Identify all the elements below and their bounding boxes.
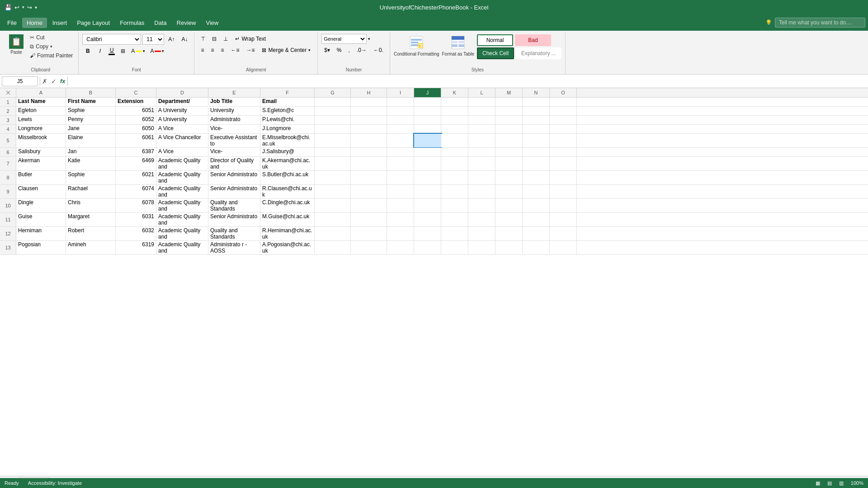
list-item[interactable] xyxy=(315,116,351,124)
list-item[interactable]: University xyxy=(208,107,260,115)
list-item[interactable] xyxy=(550,157,577,170)
font-color-dropdown[interactable]: ▾ xyxy=(162,49,164,53)
list-item[interactable]: Academic Quality and xyxy=(156,241,208,254)
undo-icon[interactable]: ↩ xyxy=(14,4,19,11)
list-item[interactable] xyxy=(468,107,495,115)
list-item[interactable] xyxy=(523,98,550,106)
list-item[interactable] xyxy=(495,227,523,240)
list-item[interactable]: 6469 xyxy=(116,157,156,170)
list-item[interactable] xyxy=(495,116,523,124)
list-item[interactable] xyxy=(550,213,577,226)
align-bottom-button[interactable]: ⊥ xyxy=(221,34,231,44)
list-item[interactable] xyxy=(441,185,468,198)
list-item[interactable] xyxy=(550,171,577,184)
list-item[interactable] xyxy=(315,185,351,198)
underline-button[interactable]: U xyxy=(107,46,117,56)
list-item[interactable]: A University xyxy=(156,107,208,115)
list-item[interactable] xyxy=(468,199,495,212)
list-item[interactable] xyxy=(351,171,387,184)
list-item[interactable] xyxy=(550,227,577,240)
list-item[interactable] xyxy=(315,213,351,226)
list-item[interactable]: Job Title xyxy=(208,98,260,106)
formula-input[interactable] xyxy=(70,78,866,84)
paste-button[interactable]: 📋 Paste xyxy=(6,33,26,56)
list-item[interactable]: Academic Quality and xyxy=(156,157,208,170)
row-number[interactable]: 8 xyxy=(0,171,16,184)
list-item[interactable]: A.Pogosian@chi.ac.uk xyxy=(260,241,315,254)
list-item[interactable]: K.Akerman@chi.ac.uk xyxy=(260,157,315,170)
list-item[interactable]: 6050 xyxy=(116,125,156,133)
list-item[interactable] xyxy=(523,241,550,254)
list-item[interactable]: 6074 xyxy=(116,185,156,198)
list-item[interactable] xyxy=(523,134,550,147)
percent-button[interactable]: % xyxy=(334,45,344,55)
col-header-e[interactable]: E xyxy=(208,88,260,97)
list-item[interactable] xyxy=(387,116,414,124)
list-item[interactable] xyxy=(441,116,468,124)
list-item[interactable] xyxy=(495,125,523,133)
font-color-button[interactable]: A ▾ xyxy=(148,47,166,55)
title-bar-controls[interactable]: 💾 ↩ ▾ ↪ ▾ xyxy=(5,4,37,11)
menu-view[interactable]: View xyxy=(201,18,223,28)
row-number[interactable]: 6 xyxy=(0,148,16,156)
merge-dropdown[interactable]: ▾ xyxy=(308,48,311,52)
list-item[interactable]: 6021 xyxy=(116,171,156,184)
bad-style[interactable]: Bad xyxy=(515,34,551,46)
list-item[interactable] xyxy=(315,171,351,184)
increase-indent-button[interactable]: →≡ xyxy=(243,45,257,55)
list-item[interactable] xyxy=(523,171,550,184)
fill-dropdown[interactable]: ▾ xyxy=(143,49,145,53)
align-top-button[interactable]: ⊤ xyxy=(198,34,208,44)
list-item[interactable]: 6032 xyxy=(116,227,156,240)
list-item[interactable] xyxy=(468,116,495,124)
list-item[interactable]: A University xyxy=(156,116,208,124)
list-item[interactable] xyxy=(351,125,387,133)
list-item[interactable] xyxy=(315,98,351,106)
list-item[interactable] xyxy=(387,185,414,198)
wrap-text-button[interactable]: ↵ Wrap Text xyxy=(232,34,269,43)
list-item[interactable]: Clausen xyxy=(16,185,66,198)
menu-formulas[interactable]: Formulas xyxy=(115,18,149,28)
format-painter-button[interactable]: 🖌 Format Painter xyxy=(28,52,75,60)
list-item[interactable]: Email xyxy=(260,98,315,106)
row-number[interactable]: 5 xyxy=(0,134,16,147)
list-item[interactable]: 6061 xyxy=(116,134,156,147)
list-item[interactable]: Rachael xyxy=(66,185,116,198)
italic-button[interactable]: I xyxy=(94,46,105,56)
row-number[interactable]: 2 xyxy=(0,107,16,115)
list-item[interactable]: Akerman xyxy=(16,157,66,170)
list-item[interactable]: S.Butler@chi.ac.uk xyxy=(260,171,315,184)
list-item[interactable]: Misselbrook xyxy=(16,134,66,147)
row-number[interactable]: 11 xyxy=(0,213,16,226)
list-item[interactable] xyxy=(315,107,351,115)
list-item[interactable]: Robert xyxy=(66,227,116,240)
list-item[interactable] xyxy=(387,241,414,254)
list-item[interactable] xyxy=(495,98,523,106)
list-item[interactable] xyxy=(414,213,441,226)
list-item[interactable] xyxy=(387,227,414,240)
row-number[interactable]: 3 xyxy=(0,116,16,124)
row-number[interactable]: 10 xyxy=(0,199,16,212)
conditional-formatting-button[interactable]: ! Conditional Formatting xyxy=(394,34,439,56)
row-number[interactable]: 1 xyxy=(0,98,16,106)
customize-icon[interactable]: ▾ xyxy=(35,5,37,10)
list-item[interactable] xyxy=(387,157,414,170)
list-item[interactable]: Herniman xyxy=(16,227,66,240)
col-header-h[interactable]: H xyxy=(351,88,387,97)
list-item[interactable] xyxy=(414,107,441,115)
list-item[interactable] xyxy=(468,185,495,198)
col-header-b[interactable]: B xyxy=(66,88,116,97)
list-item[interactable] xyxy=(387,98,414,106)
list-item[interactable] xyxy=(414,157,441,170)
list-item[interactable]: Dingle xyxy=(16,199,66,212)
list-item[interactable] xyxy=(550,107,577,115)
list-item[interactable]: Director of Quality and xyxy=(208,157,260,170)
list-item[interactable] xyxy=(495,199,523,212)
list-item[interactable] xyxy=(414,116,441,124)
list-item[interactable]: Sophie xyxy=(66,171,116,184)
list-item[interactable] xyxy=(414,227,441,240)
row-number[interactable]: 12 xyxy=(0,227,16,240)
list-item[interactable] xyxy=(387,125,414,133)
list-item[interactable] xyxy=(495,241,523,254)
font-selector[interactable]: Calibri xyxy=(82,34,141,45)
